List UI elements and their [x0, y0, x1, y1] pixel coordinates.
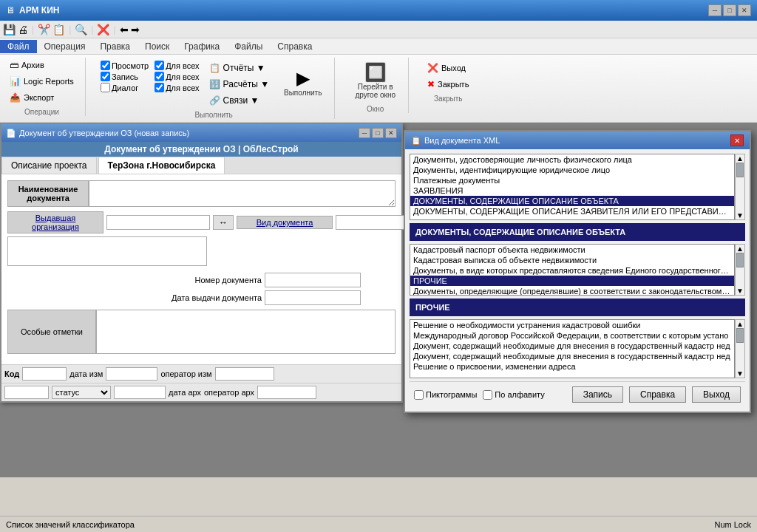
qa-icon-6[interactable]: ❌	[97, 24, 109, 35]
check-record[interactable]: Запись	[101, 72, 149, 81]
qa-icon-4[interactable]: 📋	[52, 24, 65, 35]
qa-icon-3[interactable]: ✂️	[38, 24, 50, 35]
ribbon-reports-dropdown[interactable]: 📋 Отчёты ▼	[206, 61, 273, 75]
list1-item-2[interactable]: Платежные документы	[410, 175, 734, 185]
ribbon-logic-reports-btn[interactable]: 📊 Logic Reports	[6, 74, 78, 89]
scroll-up-btn-2[interactable]: ▲	[736, 245, 744, 253]
list1-item-4[interactable]: ДОКУМЕНТЫ, СОДЕРЖАЩИЕ ОПИСАНИЕ ОБЪЕКТА	[410, 196, 734, 206]
vydayushaya-input[interactable]	[106, 215, 210, 230]
list3-item-3[interactable]: Документ, содержащий необходимые для вне…	[410, 351, 734, 361]
scroll-down-btn[interactable]: ▼	[736, 211, 744, 219]
menu-graphics[interactable]: Графика	[177, 40, 227, 53]
scroll-up-btn[interactable]: ▲	[736, 154, 744, 163]
doc-maximize-btn[interactable]: □	[372, 128, 384, 138]
check-dialog[interactable]: Диалог	[101, 83, 149, 92]
title-bar-controls[interactable]: ─ □ ✕	[708, 4, 751, 16]
operator-arkh-input[interactable]	[257, 386, 316, 399]
qa-icon-8[interactable]: ➡	[131, 24, 140, 35]
scroll-up-btn-3[interactable]: ▲	[736, 320, 744, 328]
list3-item-0[interactable]: Решение о необходимости устранения кадас…	[410, 320, 734, 330]
check-alphabetical[interactable]: По алфавиту	[483, 390, 544, 400]
list1-item-0[interactable]: Документы, удостоверяющие личность физич…	[410, 154, 734, 165]
qa-icon-2[interactable]: 🖨	[18, 24, 28, 35]
tab-terzona[interactable]: ТерЗона г.Новосибирска	[98, 157, 225, 174]
naim-doc-input[interactable]	[89, 180, 396, 207]
doc-minimize-btn[interactable]: ─	[359, 128, 370, 138]
status-select[interactable]: статус	[52, 386, 111, 399]
check-for-all-3[interactable]: Для всех	[155, 83, 199, 92]
scroll-thumb-2[interactable]	[736, 253, 744, 267]
list2-item-4[interactable]: Документы, определяющие (определявшие) в…	[410, 286, 734, 296]
operator-izm-input[interactable]	[215, 367, 274, 381]
nomer-label: Номер документа	[158, 276, 262, 284]
data-vydachi-input[interactable]	[265, 290, 361, 305]
vid-doc-label[interactable]: Вид документа	[237, 216, 333, 229]
check-alphabetical-input[interactable]	[483, 390, 492, 400]
check-for-all-2[interactable]: Для всех	[155, 72, 199, 81]
qa-icon-5[interactable]: 🔍	[75, 24, 87, 35]
exit-label: Выход	[441, 64, 466, 72]
ribbon-export-btn[interactable]: 📤 Экспорт	[6, 90, 58, 105]
scroll-thumb-1[interactable]	[736, 163, 744, 177]
list2-item-1[interactable]: Кадастровая выписка об объекте недвижимо…	[410, 255, 734, 265]
menu-help[interactable]: Справка	[270, 40, 319, 53]
menu-operation[interactable]: Операция	[37, 40, 93, 53]
osobye-input[interactable]	[96, 310, 396, 354]
list1-item-3[interactable]: ЗАЯВЛЕНИЯ	[410, 185, 734, 196]
xml-help-btn[interactable]: Справка	[629, 386, 686, 403]
list3-item-1[interactable]: Международный договор Российской Федерац…	[410, 330, 734, 341]
expand-btn[interactable]: ↔	[213, 215, 234, 230]
xml-list1[interactable]: Документы, удостоверяющие личность физич…	[410, 154, 735, 220]
qa-icon-7[interactable]: ⬅	[120, 24, 129, 35]
scroll-down-btn-2[interactable]: ▼	[736, 287, 744, 295]
org-detail-input[interactable]	[7, 236, 207, 266]
qa-icon-1[interactable]: 💾	[3, 24, 16, 35]
close-btn[interactable]: ✕	[738, 4, 751, 16]
menu-edit[interactable]: Правка	[92, 40, 138, 53]
xml-list3[interactable]: Решение о необходимости устранения кадас…	[410, 319, 735, 378]
xml-close-btn[interactable]: ✕	[730, 134, 744, 146]
ribbon-execute-btn[interactable]: ▶ Выполнить	[279, 66, 327, 100]
list3-item-2[interactable]: Документ, содержащий необходимые для вне…	[410, 341, 734, 351]
list1-scrollbar[interactable]: ▲ ▼	[735, 154, 745, 220]
list3-scrollbar[interactable]: ▲ ▼	[735, 319, 745, 378]
list2-scrollbar[interactable]: ▲ ▼	[735, 244, 745, 296]
xml-exit-btn[interactable]: Выход	[692, 386, 741, 403]
list2-item-0[interactable]: Кадастровый паспорт объекта недвижимости	[410, 245, 734, 255]
check-for-all-1[interactable]: Для всех	[155, 61, 199, 70]
ribbon-exit-btn[interactable]: ❌ Выход	[424, 61, 469, 75]
menu-file[interactable]: Файл	[0, 40, 37, 53]
menu-files[interactable]: Файлы	[227, 40, 270, 53]
scroll-thumb-3[interactable]	[736, 328, 744, 343]
minimize-btn[interactable]: ─	[708, 4, 722, 16]
ribbon-goto-window-btn[interactable]: 🔲 Перейти вдругое окно	[350, 61, 401, 102]
doc-title-controls[interactable]: ─ □ ✕	[359, 128, 397, 138]
check-pictograms[interactable]: Пиктограммы	[414, 390, 477, 400]
ribbon-calculations-dropdown[interactable]: 🔢 Расчёты ▼	[206, 77, 273, 92]
xml-list2[interactable]: Кадастровый паспорт объекта недвижимости…	[410, 244, 735, 296]
tab-description[interactable]: Описание проекта	[1, 157, 97, 174]
menu-search[interactable]: Поиск	[138, 40, 177, 53]
data-izm-input[interactable]	[106, 367, 157, 381]
list1-item-5[interactable]: ДОКУМЕНТЫ, СОДЕРЖАЩИЕ ОПИСАНИЕ ЗАЯВИТЕЛЯ…	[410, 206, 734, 216]
ribbon-archive-btn[interactable]: 🗃 Архив	[6, 58, 48, 72]
ribbon-links-dropdown[interactable]: 🔗 Связи ▼	[206, 93, 273, 108]
xml-record-btn[interactable]: Запись	[572, 386, 623, 403]
doc-tabs: Описание проекта ТерЗона г.Новосибирска	[1, 157, 401, 174]
vydayushaya-label[interactable]: Выдавшая организация	[7, 211, 103, 233]
list3-item-4[interactable]: Решение о присвоении, изменении адреса	[410, 361, 734, 372]
check-pictograms-input[interactable]	[414, 390, 424, 400]
doc-close-btn[interactable]: ✕	[385, 128, 397, 138]
ribbon-close-btn[interactable]: ✖ Закрыть	[424, 77, 472, 92]
arkhiv-input[interactable]	[4, 386, 49, 399]
list2-item-3[interactable]: ПРОЧИЕ	[410, 276, 734, 286]
vid-doc-input[interactable]	[336, 215, 410, 230]
list2-item-2[interactable]: Документы, в виде которых предоставляютс…	[410, 265, 734, 276]
nomer-input[interactable]	[265, 273, 361, 287]
data-arkh-input[interactable]	[114, 386, 166, 399]
kod-input[interactable]	[22, 367, 67, 381]
scroll-down-btn-3[interactable]: ▼	[736, 369, 744, 378]
check-preview[interactable]: Просмотр	[101, 61, 149, 70]
list1-item-1[interactable]: Документы, идентифицирующие юридическое …	[410, 165, 734, 175]
maximize-btn[interactable]: □	[723, 4, 736, 16]
